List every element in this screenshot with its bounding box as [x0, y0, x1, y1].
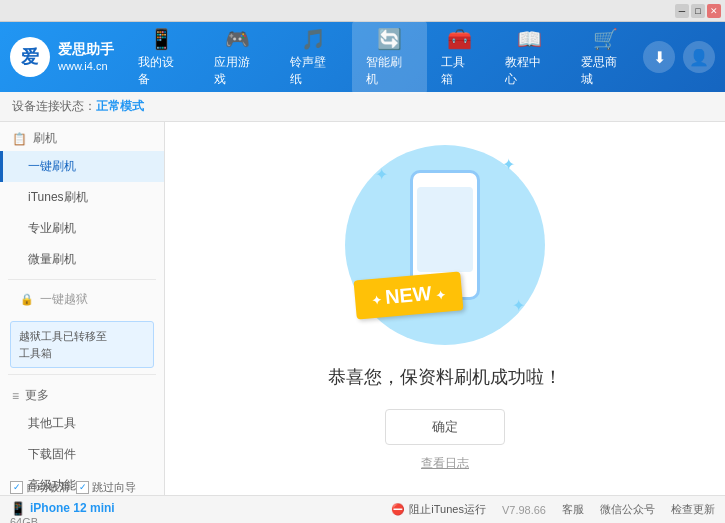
confirm-button[interactable]: 确定	[385, 409, 505, 445]
download-button[interactable]: ⬇	[643, 41, 675, 73]
maximize-button[interactable]: □	[691, 4, 705, 18]
device-info: 📱 iPhone 12 mini 64GB Down-12mini-13,1	[10, 501, 136, 524]
nav-apps-games-label: 应用游戏	[214, 54, 262, 88]
minimize-button[interactable]: ─	[675, 4, 689, 18]
sidebar-item-pro-flash[interactable]: 专业刷机	[0, 213, 164, 244]
nav-toolbox[interactable]: 🧰 工具箱	[427, 21, 491, 94]
skip-wizard-checkbox[interactable]: ✓ 跳过向导	[76, 480, 136, 495]
tutorials-icon: 📖	[517, 27, 542, 51]
sidebar-item-itunes-flash[interactable]: iTunes刷机	[0, 182, 164, 213]
bottom-bar: ✓ 自动敏滑 ✓ 跳过向导 📱 iPhone 12 mini 64GB Down…	[0, 495, 725, 523]
sidebar-item-jailbreak: 🔒 一键越狱	[0, 284, 164, 315]
sparkle-icon-3: ✦	[512, 296, 525, 315]
jailbreak-label: 一键越狱	[40, 291, 88, 308]
main-container: 📋 刷机 一键刷机 iTunes刷机 专业刷机 微量刷机 🔒 一键越狱 越狱工具…	[0, 122, 725, 495]
skip-wizard-checkbox-box[interactable]: ✓	[76, 481, 89, 494]
nav-toolbox-label: 工具箱	[441, 54, 477, 88]
itunes-row: ⛔ 阻止iTunes运行	[391, 502, 486, 517]
one-click-flash-label: 一键刷机	[28, 159, 76, 173]
more-section-label: 更多	[25, 387, 49, 404]
sidebar-item-micro-flash[interactable]: 微量刷机	[0, 244, 164, 275]
micro-flash-label: 微量刷机	[28, 252, 76, 266]
top-navigation: 爱 爱思助手 www.i4.cn 📱 我的设备 🎮 应用游戏 🎵 铃声壁纸 🔄 …	[0, 22, 725, 92]
itunes-stop-icon: ⛔	[391, 503, 405, 516]
sidebar-divider-2	[8, 374, 156, 375]
itunes-flash-label: iTunes刷机	[28, 190, 88, 204]
sparkle-icon-2: ✦	[502, 155, 515, 174]
nav-right-buttons: ⬇ 👤	[643, 41, 715, 73]
nav-my-device-label: 我的设备	[138, 54, 186, 88]
nav-ringtones[interactable]: 🎵 铃声壁纸	[276, 21, 352, 94]
brand-url: www.i4.cn	[58, 59, 114, 74]
auto-slide-checkbox[interactable]: ✓ 自动敏滑	[10, 480, 70, 495]
download-icon: ⬇	[653, 48, 666, 67]
sidebar-item-one-click-flash[interactable]: 一键刷机	[0, 151, 164, 182]
sidebar-item-download-firmware[interactable]: 下载固件	[0, 439, 164, 470]
bottom-left-section: ✓ 自动敏滑 ✓ 跳过向导 📱 iPhone 12 mini 64GB Down…	[10, 480, 210, 524]
status-prefix: 设备连接状态：	[12, 98, 96, 115]
nav-tutorials-label: 教程中心	[505, 54, 553, 88]
user-icon: 👤	[689, 48, 709, 67]
lock-icon: 🔒	[20, 293, 34, 306]
logo-icon: 爱	[10, 37, 50, 77]
jailbreak-note: 越狱工具已转移至 工具箱	[10, 321, 154, 368]
phone-small-icon: 📱	[10, 501, 26, 516]
status-value: 正常模式	[96, 98, 144, 115]
apps-games-icon: 🎮	[225, 27, 250, 51]
title-bar: ─ □ ✕	[0, 0, 725, 22]
check-update-link[interactable]: 检查更新	[671, 502, 715, 517]
wechat-public-link[interactable]: 微信公众号	[600, 502, 655, 517]
nav-my-device[interactable]: 📱 我的设备	[124, 21, 200, 94]
download-firmware-label: 下载固件	[28, 447, 76, 461]
store-icon: 🛒	[593, 27, 618, 51]
flash-section-label: 刷机	[33, 130, 57, 147]
note-text: 越狱工具已转移至 工具箱	[19, 330, 107, 359]
phone-screen	[417, 187, 473, 272]
auto-slide-label: 自动敏滑	[26, 480, 70, 495]
bottom-right-section: ⛔ 阻止iTunes运行 V7.98.66 客服 微信公众号 检查更新	[210, 502, 715, 517]
other-tools-label: 其他工具	[28, 416, 76, 430]
view-log-link[interactable]: 查看日志	[421, 455, 469, 472]
phone-illustration: ✦ ✦ ✦ NEW	[345, 145, 545, 345]
toolbox-icon: 🧰	[447, 27, 472, 51]
nav-smart-flash[interactable]: 🔄 智能刷机	[352, 21, 428, 94]
brand-name: 爱思助手	[58, 40, 114, 60]
status-bar: 设备连接状态： 正常模式	[0, 92, 725, 122]
nav-items: 📱 我的设备 🎮 应用游戏 🎵 铃声壁纸 🔄 智能刷机 🧰 工具箱 📖 教程中心…	[124, 21, 643, 94]
sparkle-icon-1: ✦	[375, 165, 388, 184]
nav-store[interactable]: 🛒 爱思商城	[567, 21, 643, 94]
nav-smart-flash-label: 智能刷机	[366, 54, 414, 88]
device-name: iPhone 12 mini	[30, 501, 115, 515]
nav-tutorials[interactable]: 📖 教程中心	[491, 21, 567, 94]
itunes-label: 阻止iTunes运行	[409, 502, 486, 517]
smart-flash-icon: 🔄	[377, 27, 402, 51]
close-button[interactable]: ✕	[707, 4, 721, 18]
sidebar-section-flash: 📋 刷机	[0, 122, 164, 151]
sidebar-section-more: ≡ 更多	[0, 379, 164, 408]
nav-apps-games[interactable]: 🎮 应用游戏	[200, 21, 276, 94]
device-capacity: 64GB	[10, 516, 136, 524]
user-button[interactable]: 👤	[683, 41, 715, 73]
success-message: 恭喜您，保资料刷机成功啦！	[328, 365, 562, 389]
logo-area: 爱 爱思助手 www.i4.cn	[10, 37, 114, 77]
skip-wizard-label: 跳过向导	[92, 480, 136, 495]
sidebar-divider-1	[8, 279, 156, 280]
my-device-icon: 📱	[149, 27, 174, 51]
customer-service-link[interactable]: 客服	[562, 502, 584, 517]
pro-flash-label: 专业刷机	[28, 221, 76, 235]
version-number: V7.98.66	[502, 504, 546, 516]
content-area: ✦ ✦ ✦ NEW 恭喜您，保资料刷机成功啦！ 确定 查看日志	[165, 122, 725, 495]
nav-store-label: 爱思商城	[581, 54, 629, 88]
nav-ringtones-label: 铃声壁纸	[290, 54, 338, 88]
sidebar: 📋 刷机 一键刷机 iTunes刷机 专业刷机 微量刷机 🔒 一键越狱 越狱工具…	[0, 122, 165, 495]
ringtones-icon: 🎵	[301, 27, 326, 51]
more-section-icon: ≡	[12, 389, 19, 403]
sidebar-item-other-tools[interactable]: 其他工具	[0, 408, 164, 439]
flash-section-icon: 📋	[12, 132, 27, 146]
auto-slide-checkbox-box[interactable]: ✓	[10, 481, 23, 494]
